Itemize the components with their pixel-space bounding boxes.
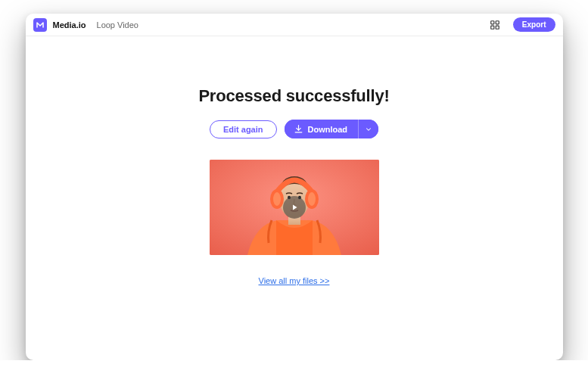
download-button-group: Download <box>285 120 379 138</box>
download-button[interactable]: Download <box>285 120 359 138</box>
apps-grid-icon[interactable] <box>489 19 501 31</box>
play-button[interactable] <box>283 196 306 219</box>
svg-rect-1 <box>496 20 499 23</box>
download-icon <box>294 124 303 134</box>
svg-point-10 <box>273 192 281 206</box>
svg-point-12 <box>308 192 316 206</box>
brand-logo <box>33 18 47 32</box>
view-all-files-link[interactable]: View all my files >> <box>259 276 330 285</box>
export-button[interactable]: Export <box>513 17 555 32</box>
logo-icon <box>36 20 45 30</box>
app-window: Media.io Loop Video Export Processed suc… <box>26 14 563 360</box>
svg-rect-3 <box>496 26 499 29</box>
download-label: Download <box>308 125 348 134</box>
svg-rect-2 <box>491 26 494 29</box>
edit-again-button[interactable]: Edit again <box>210 120 277 138</box>
play-icon <box>290 203 299 212</box>
action-row: Edit again Download <box>210 120 378 138</box>
tool-name: Loop Video <box>97 20 138 30</box>
main-content: Processed successfully! Edit again Downl… <box>26 36 563 360</box>
video-thumbnail[interactable] <box>210 160 379 255</box>
svg-rect-0 <box>491 20 494 23</box>
success-headline: Processed successfully! <box>198 86 389 106</box>
top-bar: Media.io Loop Video Export <box>26 14 563 36</box>
chevron-down-icon <box>365 126 372 133</box>
brand-name: Media.io <box>53 20 86 30</box>
download-options-button[interactable] <box>358 120 378 138</box>
